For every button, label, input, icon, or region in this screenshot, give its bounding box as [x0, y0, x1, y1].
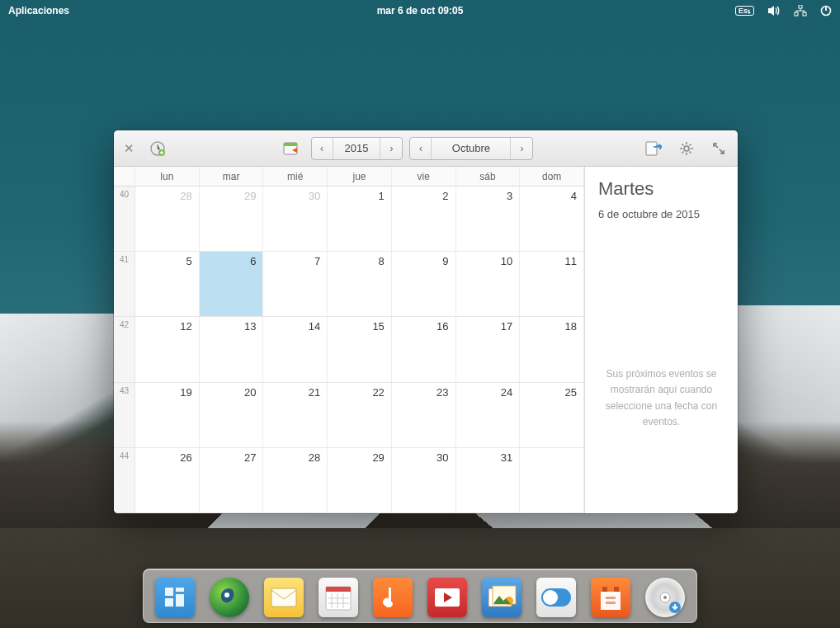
svg-point-10 — [684, 146, 689, 151]
calendar-cell[interactable]: 25 — [520, 383, 584, 448]
calendar-day-number: 24 — [501, 386, 512, 399]
year-prev-button[interactable]: ‹ — [312, 138, 333, 159]
calendar-cell[interactable] — [520, 448, 584, 513]
calendar-cell[interactable]: 15 — [328, 317, 392, 382]
calendar-day-number: 1 — [379, 190, 385, 202]
maximize-icon[interactable] — [706, 137, 731, 160]
calendar-cell[interactable]: 20 — [200, 383, 264, 448]
month-next-button[interactable]: › — [511, 138, 532, 159]
dock-disc-icon[interactable] — [645, 578, 685, 617]
week-number: 44 — [114, 448, 135, 513]
dock-videos-icon[interactable] — [427, 578, 467, 617]
svg-rect-13 — [176, 594, 184, 607]
day-header: vie — [392, 167, 456, 187]
calendar-cell[interactable]: 26 — [135, 448, 200, 513]
dock-music-icon[interactable] — [373, 578, 413, 617]
calendar-day-number: 14 — [309, 320, 320, 333]
calendar-day-number: 5 — [186, 255, 191, 267]
panel-clock[interactable]: mar 6 de oct 09:05 — [377, 5, 464, 17]
calendar-toolbar: ✕ ‹ 2015 › ‹ Octubre › — [114, 130, 738, 167]
calendar-day-number: 25 — [565, 386, 577, 399]
dock-settings-icon[interactable] — [536, 578, 576, 617]
svg-rect-16 — [271, 588, 296, 607]
dock-multitask-icon[interactable] — [155, 578, 195, 617]
calendar-corner — [114, 167, 135, 187]
calendar-day-number: 13 — [244, 320, 256, 333]
svg-point-15 — [224, 593, 229, 597]
week-number: 42 — [114, 317, 135, 382]
calendar-cell[interactable]: 22 — [328, 383, 392, 448]
close-icon[interactable]: ✕ — [120, 141, 138, 156]
applications-menu[interactable]: Aplicaciones — [8, 5, 69, 17]
calendar-cell[interactable]: 19 — [135, 383, 200, 448]
calendar-cell[interactable]: 21 — [263, 383, 328, 448]
dock-software-center-icon[interactable] — [591, 578, 630, 617]
calendar-day-number: 16 — [437, 320, 448, 333]
day-header: mié — [263, 167, 328, 187]
calendar-cell[interactable]: 3 — [456, 187, 521, 252]
calendar-day-number: 22 — [372, 386, 384, 399]
svg-rect-12 — [176, 588, 184, 592]
gear-icon[interactable] — [673, 137, 700, 160]
desktop: Aplicaciones mar 6 de oct 09:05 Es₁ ✕ — [0, 0, 840, 628]
export-button[interactable] — [640, 137, 667, 160]
dock-mail-icon[interactable] — [264, 578, 304, 617]
calendar-cell[interactable]: 11 — [520, 252, 584, 317]
sound-icon[interactable] — [767, 5, 781, 17]
calendar-cell[interactable]: 16 — [392, 317, 456, 382]
calendar-cell[interactable]: 29 — [200, 187, 264, 252]
week-number: 41 — [114, 252, 135, 317]
svg-rect-1 — [795, 12, 798, 16]
calendar-day-number: 30 — [309, 190, 320, 202]
power-icon[interactable] — [820, 5, 832, 17]
calendar-cell[interactable]: 29 — [328, 448, 392, 513]
calendar-cell[interactable]: 1 — [328, 187, 392, 252]
calendar-day-number: 31 — [501, 451, 512, 464]
calendar-cell[interactable]: 5 — [135, 252, 200, 317]
new-event-button[interactable] — [144, 137, 171, 160]
calendar-cell[interactable]: 23 — [392, 383, 456, 448]
calendar-day-number: 17 — [501, 320, 512, 333]
today-button[interactable] — [278, 137, 304, 160]
calendar-cell[interactable]: 31 — [456, 448, 521, 513]
calendar-cell[interactable]: 13 — [200, 317, 264, 382]
month-selector: ‹ Octubre › — [409, 137, 533, 160]
calendar-cell[interactable]: 24 — [456, 383, 521, 448]
calendar-cell[interactable]: 30 — [263, 187, 328, 252]
calendar-day-number: 26 — [180, 451, 191, 464]
svg-point-30 — [543, 590, 558, 605]
month-prev-button[interactable]: ‹ — [410, 138, 432, 159]
calendar-day-number: 6 — [250, 255, 256, 267]
dock — [143, 569, 697, 623]
calendar-cell[interactable]: 18 — [520, 317, 584, 382]
calendar-day-number: 9 — [442, 255, 448, 267]
day-header: jue — [328, 167, 392, 187]
sidebar-day-name: Martes — [598, 178, 724, 200]
calendar-cell[interactable]: 8 — [328, 252, 392, 317]
calendar-cell[interactable]: 7 — [263, 252, 328, 317]
dock-browser-icon[interactable] — [210, 578, 249, 617]
keyboard-layout-indicator[interactable]: Es₁ — [735, 6, 754, 16]
calendar-cell[interactable]: 17 — [456, 317, 521, 382]
network-icon[interactable] — [794, 5, 807, 17]
day-header: dom — [520, 167, 584, 187]
calendar-cell[interactable]: 28 — [263, 448, 328, 513]
calendar-cell[interactable]: 12 — [135, 317, 200, 382]
calendar-day-number: 23 — [437, 386, 448, 399]
calendar-cell[interactable]: 4 — [520, 187, 584, 252]
dock-photos-icon[interactable] — [482, 578, 521, 617]
calendar-cell[interactable]: 27 — [200, 448, 264, 513]
svg-rect-11 — [165, 588, 173, 596]
calendar-cell[interactable]: 28 — [135, 187, 200, 252]
year-next-button[interactable]: › — [380, 138, 402, 159]
calendar-day-number: 2 — [442, 190, 448, 202]
calendar-cell[interactable]: 10 — [456, 252, 521, 317]
svg-point-24 — [385, 601, 393, 607]
calendar-cell[interactable]: 9 — [392, 252, 456, 317]
calendar-cell[interactable]: 2 — [392, 187, 456, 252]
dock-calendar-icon[interactable] — [319, 578, 358, 617]
calendar-cell[interactable]: 6 — [200, 252, 264, 317]
calendar-cell[interactable]: 14 — [263, 317, 328, 382]
year-selector: ‹ 2015 › — [311, 137, 403, 160]
calendar-cell[interactable]: 30 — [392, 448, 456, 513]
